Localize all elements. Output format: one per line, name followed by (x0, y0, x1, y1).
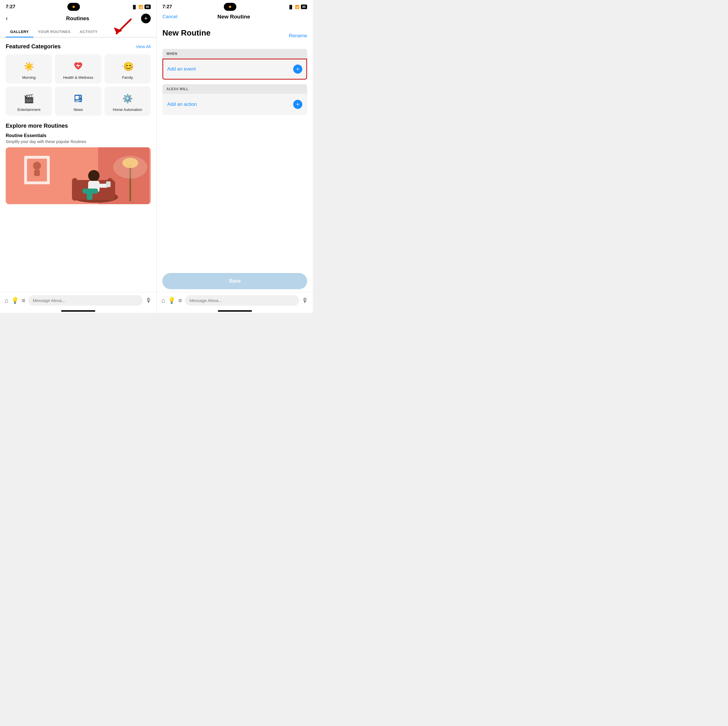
tab-your-routines[interactable]: YOUR ROUTINES (33, 26, 75, 38)
rename-button[interactable]: Rename (289, 33, 307, 39)
home-indicator-left (61, 310, 95, 312)
right-dynamic-island (224, 3, 236, 11)
news-icon (72, 92, 84, 105)
right-home-icon[interactable]: ⌂ (161, 297, 165, 304)
svg-rect-6 (75, 96, 79, 99)
essentials-title: Routine Essentials (6, 133, 151, 138)
svg-rect-16 (34, 170, 40, 176)
family-icon: 😊 (121, 60, 134, 72)
category-home-automation[interactable]: ⚙️ Home Automation (104, 86, 151, 116)
routine-essentials-card[interactable] (6, 147, 151, 204)
home-indicator-right (218, 310, 252, 312)
svg-rect-10 (75, 101, 80, 102)
tabs-bar: GALLERY YOUR ROUTINES ACTIVITY (0, 26, 156, 38)
add-event-text: Add an event (167, 66, 196, 72)
svg-point-21 (88, 170, 99, 182)
right-status-icons: ▐▌ 📶 95 (288, 5, 307, 9)
menu-icon[interactable]: ≡ (21, 297, 25, 304)
svg-rect-19 (72, 178, 78, 201)
when-label: WHEN (162, 49, 307, 58)
mic-icon-left[interactable]: 🎙 (145, 297, 152, 304)
morning-label: Morning (22, 75, 35, 79)
right-status-bar: 7:27 ▐▌ 📶 95 (157, 0, 313, 12)
svg-rect-7 (80, 96, 81, 96)
essentials-subtitle: Simplify your day with these popular Rou… (6, 139, 151, 144)
alexa-will-label: ALEXA WILL (162, 84, 307, 94)
save-button[interactable]: Save (162, 273, 307, 289)
home-automation-icon: ⚙️ (121, 92, 134, 105)
light-icon[interactable]: 💡 (11, 297, 19, 304)
message-input-right[interactable] (185, 295, 299, 306)
home-icon[interactable]: ⌂ (5, 297, 8, 304)
when-section: WHEN Add an event + (162, 49, 307, 79)
left-time: 7:27 (6, 4, 15, 10)
add-action-text: Add an action (167, 101, 197, 107)
back-button[interactable]: ‹ (6, 15, 14, 22)
entertainment-icon: 🎬 (23, 92, 35, 105)
morning-icon: ☀️ (23, 60, 35, 72)
left-island-dot (72, 6, 75, 8)
left-nav-bar: ‹ Routines + (0, 12, 156, 26)
left-bottom-bar: ⌂ 💡 ≡ 🎙 (0, 292, 156, 309)
view-all-link[interactable]: View All (136, 44, 151, 49)
svg-point-29 (113, 156, 147, 179)
featured-header: Featured Categories View All (6, 43, 151, 50)
mic-icon-right[interactable]: 🎙 (302, 297, 308, 304)
battery-badge: 95 (144, 5, 151, 9)
news-label: News (73, 107, 83, 112)
right-nav-bar: Cancel New Routine (157, 12, 313, 23)
left-status-icons: ▐▌ 📶 95 (132, 5, 151, 9)
left-content: Featured Categories View All ☀️ Morning … (0, 38, 156, 292)
routines-title: Routines (66, 15, 89, 21)
right-light-icon[interactable]: 💡 (168, 297, 176, 304)
left-phone-screen: 7:27 ▐▌ 📶 95 ‹ Routines + GALLERY YOUR R… (0, 0, 156, 313)
add-event-button[interactable]: + (293, 64, 302, 73)
add-event-row[interactable]: Add an event + (162, 58, 307, 79)
message-input-left[interactable] (28, 295, 143, 306)
svg-rect-26 (106, 182, 111, 187)
tab-gallery[interactable]: GALLERY (6, 26, 33, 38)
right-time: 7:27 (162, 4, 172, 10)
right-battery-badge: 95 (301, 5, 307, 9)
svg-point-3 (122, 66, 122, 66)
svg-rect-9 (75, 100, 81, 101)
right-signal-icon: ▐▌ (288, 5, 293, 9)
right-menu-icon[interactable]: ≡ (178, 297, 182, 304)
right-bottom-bar: ⌂ 💡 ≡ 🎙 (157, 292, 313, 309)
svg-rect-8 (80, 97, 81, 98)
category-family[interactable]: 😊 Family (104, 54, 151, 84)
add-action-button[interactable]: + (293, 100, 302, 109)
category-health[interactable]: Health & Wellness (55, 54, 101, 84)
family-label: Family (122, 75, 133, 79)
category-morning[interactable]: ☀️ Morning (6, 54, 52, 84)
alexa-will-section: ALEXA WILL Add an action + (162, 84, 307, 115)
left-dynamic-island (67, 3, 80, 11)
svg-point-15 (33, 162, 41, 170)
home-automation-label: Home Automation (113, 107, 142, 112)
health-icon (72, 60, 84, 72)
left-status-bar: 7:27 ▐▌ 📶 95 (0, 0, 156, 12)
add-action-row[interactable]: Add an action + (162, 94, 307, 115)
svg-rect-24 (87, 191, 92, 200)
cancel-button[interactable]: Cancel (162, 14, 177, 20)
category-entertainment[interactable]: 🎬 Entertainment (6, 86, 52, 116)
right-phone-screen: 7:27 ▐▌ 📶 95 Cancel New Routine New Rout… (156, 0, 313, 313)
categories-grid: ☀️ Morning Health & Wellness (6, 54, 151, 116)
health-label: Health & Wellness (63, 75, 93, 79)
entertainment-label: Entertainment (17, 107, 40, 112)
add-routine-button[interactable]: + (141, 14, 151, 23)
new-routine-nav-title: New Routine (217, 14, 250, 20)
explore-title: Explore more Routines (6, 122, 151, 129)
tab-activity[interactable]: ACTIVITY (75, 26, 102, 38)
right-wifi-icon: 📶 (295, 5, 300, 9)
featured-title: Featured Categories (6, 43, 61, 50)
signal-icon: ▐▌ (132, 5, 137, 9)
wifi-icon: 📶 (139, 5, 143, 9)
right-island-dot (229, 6, 231, 8)
routine-content: New Routine Rename WHEN Add an event + A… (157, 23, 313, 267)
category-news[interactable]: News (55, 86, 101, 116)
routine-page-title: New Routine (162, 28, 211, 38)
